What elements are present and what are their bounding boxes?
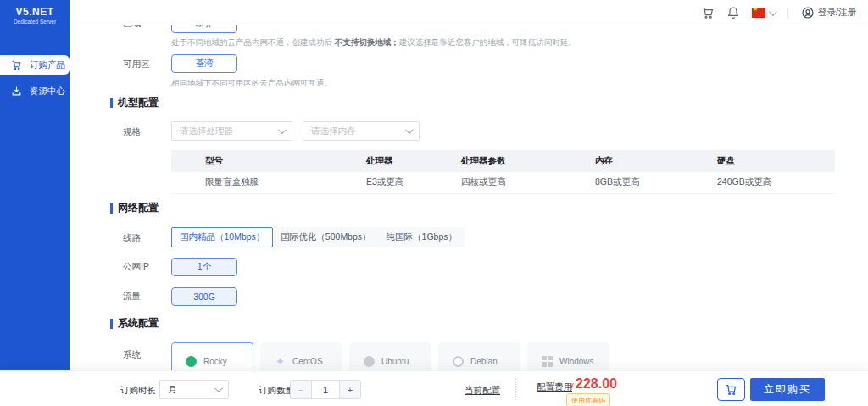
help-text-part: 处于不同地域的云产品内网不通，创建成功后 [171, 37, 335, 47]
login-register-label: 登录/注册 [818, 7, 856, 19]
debian-icon [453, 356, 464, 367]
add-to-cart-button[interactable] [717, 378, 745, 401]
config-cost-label: 配置费用 [537, 381, 572, 393]
duration-label: 订购时长 [120, 385, 156, 397]
help-text-bold: 不支持切换地域； [335, 37, 399, 47]
quantity-value[interactable]: 1 [311, 381, 340, 398]
os-card-label: Rocky [203, 357, 227, 366]
currency-symbol: ¥ [570, 381, 574, 390]
os-card-label: CentOS [292, 357, 323, 366]
use-coupon-badge[interactable]: 使用优惠码 [566, 393, 610, 406]
line-label: 线路 [123, 232, 141, 244]
line-option-domestic[interactable]: 国内精品（10Mbps） [171, 227, 273, 247]
bell-icon[interactable] [726, 6, 740, 19]
duration-select[interactable]: 月 [159, 380, 229, 399]
logo-title: V5.NET [0, 6, 70, 18]
cart-icon [11, 59, 22, 70]
ubuntu-icon [364, 356, 375, 367]
quantity-stepper: − 1 + [290, 380, 361, 399]
cart-icon [725, 383, 737, 396]
cell-cpu: E3或更高 [366, 172, 461, 193]
cart-icon[interactable] [701, 6, 715, 19]
zone-help-text: 相同地域下不同可用区的云产品内网可互通。 [171, 78, 332, 89]
cn-flag-icon [752, 8, 765, 18]
public-ip-option-button[interactable]: 1个 [171, 258, 237, 276]
os-card-label: Debian [470, 357, 498, 366]
zone-option-button[interactable]: 荃湾 [171, 54, 237, 73]
section-title-text: 机型配置 [118, 96, 159, 110]
cpu-select[interactable]: 请选择处理器 [171, 121, 292, 141]
table-header: 型号 [205, 150, 366, 172]
rocky-linux-icon [186, 356, 197, 367]
section-title-text: 系统配置 [118, 316, 159, 331]
user-icon [801, 6, 815, 19]
current-config-link[interactable]: 当前配置 [465, 385, 500, 397]
download-icon [11, 86, 22, 97]
os-card-label: Ubuntu [381, 357, 409, 366]
cpu-select-placeholder: 请选择处理器 [180, 125, 233, 137]
logo-subtitle: Dedicated Server [0, 19, 70, 25]
sidebar-nav: 订购产品 资源中心 [0, 55, 70, 101]
region-help-text: 处于不同地域的云产品内网不通，创建成功后 不支持切换地域；建议选择最靠近您客户的… [171, 37, 576, 48]
table-header: 硬盘 [717, 150, 835, 172]
chevron-down-icon [214, 384, 223, 392]
line-option-pure-intl[interactable]: 纯国际（1Gbps） [379, 227, 465, 247]
cell-memory: 8GB或更高 [595, 172, 717, 193]
config-price: ¥228.00 [570, 376, 617, 392]
duration-value: 月 [168, 384, 177, 396]
line-options: 国内精品（10Mbps） 国际优化（500Mbps） 纯国际（1Gbps） [171, 227, 465, 247]
table-header: 处理器 [366, 150, 461, 172]
table-header: 处理器参数 [461, 150, 595, 172]
cell-disk: 240GB或更高 [717, 172, 835, 193]
spec-label: 规格 [123, 126, 141, 138]
table-header-row: 型号 处理器 处理器参数 内存 硬盘 [171, 150, 835, 172]
price-amount: 228.00 [576, 376, 617, 391]
windows-icon [542, 356, 553, 367]
order-config-form: 区域 新界 处于不同地域的云产品内网不通，创建成功后 不支持切换地域；建议选择最… [70, 25, 868, 406]
memory-select-placeholder: 请选择内存 [311, 125, 356, 137]
dotted-divider [515, 378, 516, 400]
top-bar: | 登录/注册 [70, 0, 868, 25]
login-register-link[interactable]: 登录/注册 [801, 6, 856, 19]
section-title-text: 网络配置 [118, 201, 159, 215]
model-spec-table: 型号 处理器 处理器参数 内存 硬盘 限量盲盒独服 E3或更高 四核或更高 8G… [171, 150, 835, 194]
centos-icon: ✦ [275, 356, 286, 367]
section-title-system-config: 系统配置 [110, 316, 159, 331]
help-text-part: 建议选择最靠近您客户的地域，可降低访问时延。 [399, 37, 576, 47]
traffic-label: 流量 [123, 291, 141, 303]
logo: V5.NET Dedicated Server [0, 0, 70, 25]
sidebar-item-label: 订购产品 [30, 59, 65, 71]
zone-label: 可用区 [123, 58, 150, 70]
line-option-intl-optimized[interactable]: 国际优化（500Mbps） [273, 227, 378, 247]
table-header-radio [171, 150, 205, 172]
chevron-down-icon [405, 125, 414, 134]
system-label: 系统 [123, 349, 141, 361]
quantity-label: 订购数量 [259, 385, 294, 397]
memory-select[interactable]: 请选择内存 [303, 121, 420, 141]
quantity-decrease-button[interactable]: − [291, 381, 311, 398]
cell-model: 限量盲盒独服 [205, 172, 366, 193]
sidebar-item-resource-center[interactable]: 资源中心 [0, 81, 70, 101]
top-bar-actions: | 登录/注册 [701, 0, 856, 25]
quantity-increase-button[interactable]: + [340, 381, 360, 398]
public-ip-label: 公网IP [123, 261, 149, 273]
language-selector[interactable] [752, 8, 775, 18]
chevron-down-icon [278, 125, 287, 134]
traffic-option-button[interactable]: 300G [171, 287, 237, 306]
app-root: V5.NET Dedicated Server 订购产品 资源中心 [0, 0, 868, 406]
divider: | [787, 7, 789, 19]
chevron-down-icon [769, 8, 777, 16]
table-row[interactable]: 限量盲盒独服 E3或更高 四核或更高 8GB或更高 240GB或更高 [171, 172, 835, 193]
table-header: 内存 [595, 150, 717, 172]
sidebar-item-order-products[interactable]: 订购产品 [0, 55, 70, 75]
section-title-network-config: 网络配置 [110, 201, 159, 215]
order-summary-bar: 订购时长 月 订购数量 − 1 + 当前配置 配置费用 ¥228.00 使用优惠… [0, 370, 868, 406]
buy-now-button[interactable]: 立即购买 [750, 378, 825, 401]
cell-cpu-param: 四核或更高 [461, 172, 595, 193]
section-title-machine-config: 机型配置 [110, 96, 159, 110]
sidebar: V5.NET Dedicated Server 订购产品 资源中心 [0, 0, 70, 406]
os-card-label: Windows [559, 357, 594, 366]
sidebar-item-label: 资源中心 [30, 86, 65, 97]
